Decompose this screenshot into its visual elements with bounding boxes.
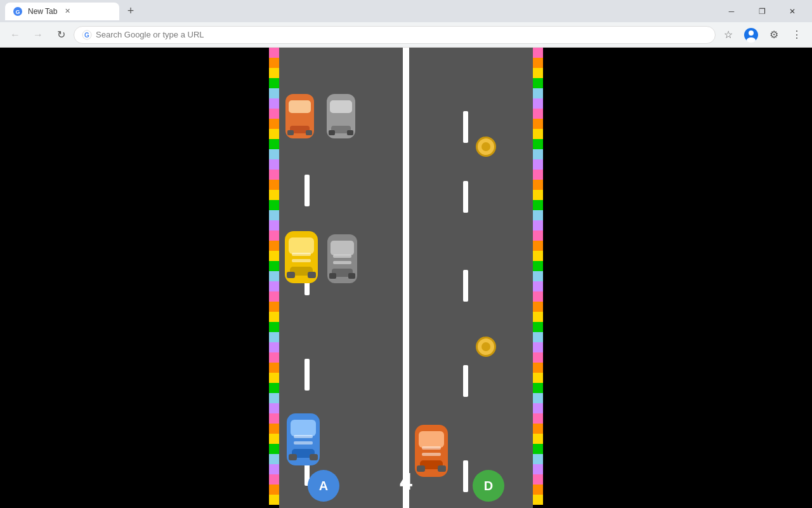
extensions-button[interactable]: ⚙ <box>764 25 784 45</box>
menu-button[interactable]: ⋮ <box>787 25 807 45</box>
border-cell-right-8 <box>533 129 543 139</box>
svg-rect-28 <box>348 273 355 279</box>
lane-dash-4 <box>304 359 310 391</box>
border-cell-left-10 <box>269 149 279 159</box>
border-cell-left-8 <box>269 129 279 139</box>
border-cell-left-22 <box>269 271 279 281</box>
border-cell-left-12 <box>269 170 279 180</box>
border-cell-left-44 <box>269 495 279 505</box>
border-cell-right-39 <box>533 444 543 454</box>
border-cell-right-2 <box>533 68 543 78</box>
svg-rect-16 <box>347 130 353 135</box>
border-cell-left-25 <box>269 302 279 312</box>
border-cell-left-0 <box>269 48 279 58</box>
border-cell-right-42 <box>533 474 543 485</box>
refresh-button[interactable]: ↻ <box>51 25 71 45</box>
border-cell-right-11 <box>533 159 543 170</box>
player-d-button[interactable]: D <box>473 470 504 502</box>
border-cell-right-37 <box>533 424 543 434</box>
border-cell-right-29 <box>533 342 543 352</box>
svg-point-5 <box>749 30 754 36</box>
border-cell-left-32 <box>269 373 279 383</box>
svg-rect-43 <box>422 446 441 450</box>
new-tab-button[interactable]: + <box>122 3 140 20</box>
player-a-button[interactable]: A <box>308 470 339 502</box>
coin-2 <box>476 337 496 357</box>
lane-dash-6 <box>463 111 468 143</box>
border-cell-left-43 <box>269 485 279 495</box>
svg-rect-25 <box>331 241 354 255</box>
border-cell-left-15 <box>269 200 279 210</box>
game-canvas: 4 A D <box>0 48 812 508</box>
border-cell-left-36 <box>269 413 279 424</box>
browser-tab[interactable]: G New Tab ✕ <box>5 3 119 20</box>
border-cell-right-26 <box>533 312 543 322</box>
border-cell-right-23 <box>533 281 543 291</box>
border-cell-left-24 <box>269 291 279 302</box>
car-blue-player <box>284 411 322 468</box>
border-cell-right-4 <box>533 88 543 98</box>
border-cell-right-17 <box>533 220 543 231</box>
border-cell-right-41 <box>533 464 543 474</box>
svg-rect-20 <box>287 272 295 278</box>
border-cell-right-21 <box>533 261 543 271</box>
lane-dash-9 <box>463 365 468 397</box>
bookmark-button[interactable]: ☆ <box>718 25 738 45</box>
border-cell-right-40 <box>533 454 543 464</box>
player-d-label: D <box>484 479 493 493</box>
forward-button[interactable]: → <box>28 25 48 45</box>
border-cell-left-5 <box>269 98 279 109</box>
center-divider <box>403 48 409 508</box>
svg-rect-15 <box>329 130 335 135</box>
tab-close-button[interactable]: ✕ <box>62 6 72 17</box>
lane-dash-7 <box>463 181 468 213</box>
minimize-button[interactable]: ─ <box>717 0 746 22</box>
border-cell-right-27 <box>533 322 543 332</box>
toolbar: ← → ↻ G Search Google or type a URL ☆ ⚙ … <box>0 22 812 48</box>
svg-rect-8 <box>289 100 311 113</box>
border-cell-right-1 <box>533 58 543 68</box>
border-cell-right-22 <box>533 271 543 281</box>
car-yellow-mid <box>282 229 320 286</box>
car-gray-mid <box>325 232 360 286</box>
player-a-label: A <box>319 479 328 493</box>
border-cell-right-13 <box>533 180 543 190</box>
border-cell-left-1 <box>269 58 279 68</box>
border-cell-right-18 <box>533 231 543 241</box>
back-button[interactable]: ← <box>5 25 25 45</box>
border-cell-left-23 <box>269 281 279 291</box>
border-cell-right-15 <box>533 200 543 210</box>
svg-rect-36 <box>294 435 313 438</box>
svg-text:G: G <box>15 9 20 15</box>
border-cell-right-25 <box>533 302 543 312</box>
border-cell-left-26 <box>269 312 279 322</box>
border-cell-left-4 <box>269 88 279 98</box>
svg-rect-34 <box>289 454 297 460</box>
border-cell-right-19 <box>533 241 543 251</box>
restore-button[interactable]: ❐ <box>747 0 776 22</box>
border-cell-left-41 <box>269 464 279 474</box>
border-cell-left-16 <box>269 210 279 220</box>
address-bar[interactable]: G Search Google or type a URL <box>74 26 716 44</box>
border-strip-right <box>533 48 543 508</box>
border-cell-left-39 <box>269 444 279 454</box>
svg-rect-10 <box>287 130 294 135</box>
border-cell-right-3 <box>533 78 543 88</box>
svg-text:G: G <box>84 32 89 39</box>
profile-button[interactable] <box>741 25 761 45</box>
svg-rect-21 <box>308 272 316 278</box>
border-cell-right-12 <box>533 170 543 180</box>
border-cell-left-11 <box>269 159 279 170</box>
score-display: 4 <box>400 469 412 495</box>
border-cell-right-24 <box>533 291 543 302</box>
border-cell-left-3 <box>269 78 279 88</box>
profile-icon <box>743 27 759 43</box>
border-cell-left-38 <box>269 434 279 444</box>
border-cell-left-21 <box>269 261 279 271</box>
title-bar: G New Tab ✕ + ─ ❐ ✕ <box>0 0 812 22</box>
border-cell-right-10 <box>533 149 543 159</box>
border-cell-right-44 <box>533 495 543 505</box>
close-button[interactable]: ✕ <box>778 0 807 22</box>
border-cell-left-42 <box>269 474 279 485</box>
border-cell-left-40 <box>269 454 279 464</box>
